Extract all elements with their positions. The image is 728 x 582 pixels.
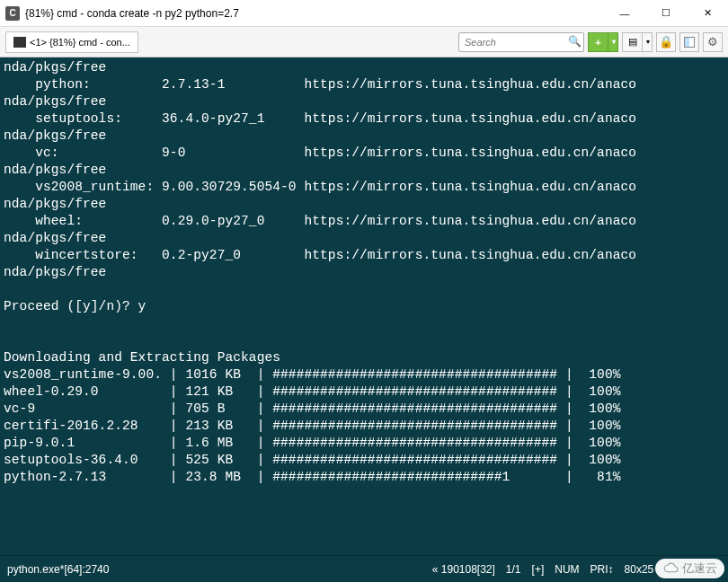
terminal-output[interactable]: nda/pkgs/free python: 2.7.13-1 https://m… [0, 57, 728, 555]
search-field-wrap: 🔍 [458, 32, 584, 52]
toolbar: <1> {81%} cmd - con... 🔍 + ▾ ▤ ▾ 🔒 ⚙ [0, 27, 728, 57]
cloud-icon [662, 562, 679, 575]
window-titlebar: C {81%} cmd - conda create -n py2 python… [0, 0, 728, 27]
split-pane-button[interactable] [679, 32, 699, 52]
watermark-text: 亿速云 [682, 560, 717, 577]
status-encoding: « 190108[32] [432, 563, 495, 576]
maximize-button[interactable]: ☐ [645, 0, 687, 26]
status-process: python.exe*[64]:2740 [7, 563, 109, 576]
status-size: 80x25 [625, 563, 654, 576]
status-bar: python.exe*[64]:2740 « 190108[32] 1/1 [+… [0, 555, 728, 582]
new-console-dropdown[interactable]: ▾ [608, 32, 618, 52]
lock-button[interactable]: 🔒 [656, 32, 676, 52]
new-console-button[interactable]: + [588, 32, 608, 52]
gear-icon: ⚙ [707, 35, 718, 48]
status-priority: PRI↕ [590, 563, 614, 576]
window-title: {81%} cmd - conda create -n py2 python=2… [25, 7, 604, 20]
search-input[interactable] [458, 32, 584, 52]
watermark-badge: 亿速云 [655, 559, 724, 578]
list-button[interactable]: ▤ [622, 32, 642, 52]
panes-icon [684, 37, 695, 48]
close-button[interactable]: ✕ [687, 0, 728, 26]
status-numlock: NUM [555, 563, 579, 576]
status-position: 1/1 [506, 563, 521, 576]
search-icon[interactable]: 🔍 [568, 35, 581, 48]
settings-button[interactable]: ⚙ [703, 32, 723, 52]
list-dropdown[interactable]: ▾ [642, 32, 653, 52]
status-plus: [+] [532, 563, 545, 576]
terminal-icon [13, 37, 26, 48]
console-tab[interactable]: <1> {81%} cmd - con... [5, 31, 138, 53]
app-icon: C [5, 6, 20, 21]
minimize-button[interactable]: — [604, 0, 645, 26]
tab-label: <1> {81%} cmd - con... [30, 37, 130, 48]
lock-icon: 🔒 [659, 35, 673, 48]
